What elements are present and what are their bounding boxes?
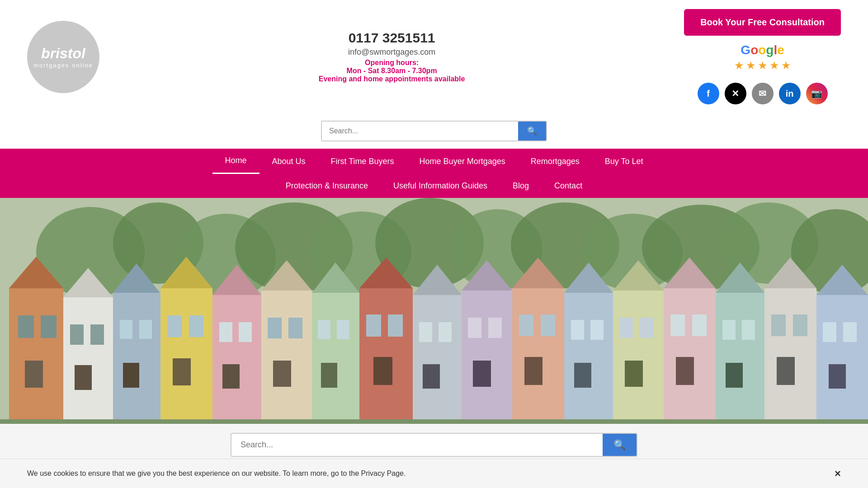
facebook-icon[interactable]: f	[698, 83, 719, 104]
cta-button[interactable]: Book Your Free Consultation	[684, 9, 841, 36]
search-bar-top: 🔍	[0, 113, 868, 149]
nav-row-1: Home About Us First Time Buyers Home Buy…	[212, 149, 656, 174]
star-1: ★	[734, 59, 744, 72]
star-4: ★	[769, 59, 779, 72]
logo-circle: bristol mortgages online	[27, 21, 99, 93]
svg-rect-99	[0, 198, 868, 424]
nav-item-first-time-buyers[interactable]: First Time Buyers	[318, 150, 407, 174]
instagram-icon[interactable]: 📷	[806, 83, 828, 104]
google-letter-e: e	[777, 43, 784, 57]
linkedin-icon[interactable]: in	[779, 83, 801, 104]
email-icon[interactable]: ✉	[752, 83, 774, 104]
search-input-bottom[interactable]	[231, 434, 603, 456]
opening-hours-evening: Evening and home appointments available	[99, 75, 684, 83]
nav-item-home-buyer-mortgages[interactable]: Home Buyer Mortgages	[407, 150, 518, 174]
google-rating: Google ★ ★ ★ ★ ★	[734, 43, 791, 72]
header: bristol mortgages online 0117 3251511 in…	[0, 0, 868, 113]
nav-item-home[interactable]: Home	[212, 149, 259, 174]
google-stars: ★ ★ ★ ★ ★	[734, 59, 791, 72]
nav-item-about[interactable]: About Us	[259, 150, 318, 174]
nav-item-contact[interactable]: Contact	[542, 174, 595, 198]
logo-area: bristol mortgages online	[27, 21, 99, 93]
cookie-close-button[interactable]: ×	[835, 467, 841, 480]
star-2: ★	[746, 59, 756, 72]
hero-section	[0, 198, 868, 424]
nav-item-buy-to-let[interactable]: Buy To Let	[592, 150, 656, 174]
google-letter-g: G	[741, 43, 750, 57]
google-text: Google	[741, 43, 784, 57]
contact-info: 0117 3251511 info@swmortgages.com Openin…	[99, 30, 684, 83]
search-container-top: 🔍	[321, 121, 547, 141]
right-area: Book Your Free Consultation Google ★ ★ ★…	[684, 9, 841, 104]
nav-item-blog[interactable]: Blog	[500, 174, 542, 198]
nav-row-2: Protection & Insurance Useful Informatio…	[273, 174, 595, 198]
cookie-bar: We use cookies to ensure that we give yo…	[0, 459, 868, 488]
google-letter-g2: g	[766, 43, 774, 57]
opening-hours-time: Mon - Sat 8.30am - 7.30pm	[99, 67, 684, 75]
google-letter-o2: o	[758, 43, 766, 57]
search-button-top[interactable]: 🔍	[518, 122, 546, 141]
google-letter-o1: o	[750, 43, 758, 57]
nav-item-remortgages[interactable]: Remortgages	[518, 150, 592, 174]
search-container-bottom: 🔍	[231, 433, 637, 457]
twitter-x-icon[interactable]: ✕	[725, 83, 746, 104]
phone-number: 0117 3251511	[99, 30, 684, 46]
hero-svg	[0, 198, 868, 424]
search-input-top[interactable]	[322, 122, 518, 141]
logo-inner: bristol mortgages online	[33, 45, 93, 69]
cookie-message: We use cookies to ensure that we give yo…	[27, 469, 406, 478]
star-5: ★	[781, 59, 791, 72]
email: info@swmortgages.com	[99, 47, 684, 57]
opening-hours-label: Opening hours:	[99, 59, 684, 67]
nav-bar: Home About Us First Time Buyers Home Buy…	[0, 149, 868, 198]
logo-brand: bristol	[33, 45, 93, 62]
social-icons: f ✕ ✉ in 📷	[698, 83, 828, 104]
search-button-bottom[interactable]: 🔍	[603, 434, 637, 456]
logo-sub: mortgages online	[33, 62, 93, 69]
nav-item-guides[interactable]: Useful Information Guides	[381, 174, 500, 198]
star-3: ★	[758, 59, 768, 72]
nav-item-protection[interactable]: Protection & Insurance	[273, 174, 381, 198]
